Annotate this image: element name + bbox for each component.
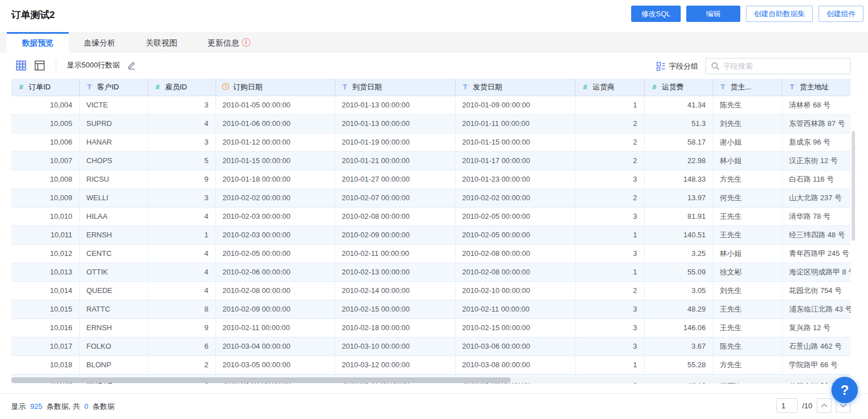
table-cell: 10,004 <box>11 96 79 114</box>
grid-view-icon[interactable] <box>15 60 26 71</box>
field-search-input[interactable] <box>723 62 845 70</box>
table-cell: 山大北路 237 号 <box>782 188 851 207</box>
table-cell: 4 <box>147 207 215 226</box>
tab-data-preview[interactable]: 数据预览 <box>7 32 69 53</box>
table-cell: 谢小姐 <box>713 133 782 151</box>
table-cell: 10,010 <box>11 207 79 226</box>
col-shipped-date-header[interactable]: T发货日期 <box>455 79 575 96</box>
table-cell: 13.97 <box>644 188 713 207</box>
table-cell: 2010-02-14 00:00:00 <box>335 281 455 300</box>
panel-view-icon[interactable] <box>34 60 45 71</box>
update-info-icon[interactable]: i <box>242 38 250 47</box>
create-component-button[interactable]: 创建组件 <box>818 6 863 22</box>
tab-lineage-analysis[interactable]: 血缘分析 <box>69 32 131 53</box>
col-required-date-header[interactable]: T到货日期 <box>335 79 455 96</box>
text-type-icon: T <box>461 83 470 91</box>
table-cell: 55.09 <box>644 263 713 281</box>
table-cell: 2010-02-13 00:00:00 <box>335 263 455 281</box>
table-cell: RICSU <box>79 170 147 188</box>
horizontal-scrollbar-thumb[interactable] <box>11 377 511 383</box>
table-cell: 石景山路 462 号 <box>782 337 851 355</box>
col-employee-id-header[interactable]: #雇员ID <box>147 79 215 96</box>
tab-related-views[interactable]: 关联视图 <box>131 32 192 53</box>
table-cell: 1 <box>575 96 644 114</box>
field-group-label: 字段分组 <box>669 61 698 71</box>
table-cell: FOLKO <box>79 337 147 355</box>
table-cell: 花园北街 754 号 <box>782 281 851 300</box>
table-cell: 2010-01-23 00:00:00 <box>455 170 575 188</box>
column-label: 客户ID <box>97 83 119 91</box>
table-cell: 海淀区明成路甲 8 号 <box>782 263 851 281</box>
col-order-id-header[interactable]: #订单ID <box>11 79 79 96</box>
vertical-scrollbar-thumb[interactable] <box>852 131 855 241</box>
table-cell: 10,014 <box>11 281 79 300</box>
table-cell: 2010-03-12 00:00:00 <box>335 355 455 374</box>
help-button[interactable]: ? <box>831 377 858 403</box>
col-freight-header[interactable]: #运货费 <box>644 79 713 96</box>
table-cell: 3.05 <box>644 281 713 300</box>
col-ship-address-header[interactable]: T货主地址 <box>782 79 851 96</box>
table-cell: 2010-01-19 00:00:00 <box>335 133 455 151</box>
table-cell: 1 <box>575 355 644 374</box>
table-cell: 48.29 <box>644 300 713 318</box>
total-count[interactable]: 0 <box>84 402 88 411</box>
page-number-input[interactable] <box>776 398 798 413</box>
edit-rowcount-pencil-icon[interactable] <box>127 61 137 70</box>
table-cell: 2010-02-15 00:00:00 <box>455 318 575 337</box>
table-cell: 林小姐 <box>713 151 782 170</box>
table-cell: 2010-02-10 00:00:00 <box>455 281 575 300</box>
table-cell: ERNSH <box>79 226 147 244</box>
col-order-date-header[interactable]: 订购日期 <box>215 79 335 96</box>
table-cell: 2010-02-07 00:00:00 <box>335 188 455 207</box>
toolbar-left: 显示5000行数据 <box>15 60 137 71</box>
table-cell: 复兴路 12 号 <box>782 318 851 337</box>
table-cell: 白石路 116 号 <box>782 170 851 188</box>
modify-sql-button[interactable]: 修改SQL <box>631 6 681 22</box>
table-cell: 王先生 <box>713 226 782 244</box>
table-row: 10,010HILAA42010-02-03 00:00:002010-02-0… <box>11 207 851 226</box>
table-row: 10,015RATTC82010-02-09 00:00:002010-02-1… <box>11 300 851 318</box>
table-cell: 148.33 <box>644 170 713 188</box>
table-cell: 10,018 <box>11 355 79 374</box>
previous-page-button[interactable] <box>817 398 831 413</box>
col-customer-id-header[interactable]: T客户ID <box>79 79 147 96</box>
date-type-icon <box>222 83 230 92</box>
table-cell: 2010-02-05 00:00:00 <box>455 207 575 226</box>
toolbar-right: 字段分组 <box>656 58 851 74</box>
table-cell: 2010-01-11 00:00:00 <box>455 114 575 133</box>
column-label: 运货费 <box>662 83 684 91</box>
column-label: 运货商 <box>593 83 615 91</box>
table-cell: 2010-02-09 00:00:00 <box>215 300 335 318</box>
shown-count[interactable]: 925 <box>30 402 43 411</box>
column-label: 货主地址 <box>800 83 829 91</box>
table-row: 10,006HANAR32010-01-12 00:00:002010-01-1… <box>11 133 851 151</box>
field-group-button[interactable]: 字段分组 <box>656 61 698 71</box>
col-shipper-header[interactable]: #运货商 <box>575 79 644 96</box>
table-row: 10,004VICTE32010-01-05 00:00:002010-01-1… <box>11 96 851 114</box>
table-cell: 3 <box>575 170 644 188</box>
col-ship-name-header[interactable]: T货主... <box>713 79 782 96</box>
toolbar: 显示5000行数据 字段分组 <box>0 53 868 79</box>
table-cell: SUPRD <box>79 114 147 133</box>
tab-update-info-label: 更新信息 <box>208 33 239 53</box>
table-cell: 新成东 96 号 <box>782 133 851 151</box>
table-cell: 方先生 <box>713 355 782 374</box>
table-row: 10,017FOLKO62010-03-04 00:00:002010-03-1… <box>11 337 851 355</box>
table-cell: 2010-01-13 00:00:00 <box>335 96 455 114</box>
text-type-icon: T <box>719 83 727 91</box>
table-cell: 3 <box>575 318 644 337</box>
horizontal-scrollbar-track[interactable] <box>11 377 851 383</box>
tab-update-info[interactable]: 更新信息i <box>192 32 266 53</box>
table-cell: 刘先生 <box>713 114 782 133</box>
table-cell: 3 <box>147 188 215 207</box>
create-self-dataset-button[interactable]: 创建自助数据集 <box>746 6 813 22</box>
table-cell: 2010-01-12 00:00:00 <box>215 133 335 151</box>
table-cell: 3 <box>575 337 644 355</box>
edit-button[interactable]: 编辑 <box>686 6 740 22</box>
table-cell: 10,016 <box>11 318 79 337</box>
table-cell: 4 <box>147 281 215 300</box>
table-cell: 浦东临江北路 43 号 <box>782 300 851 318</box>
table-cell: 8 <box>147 300 215 318</box>
table-cell: CHOPS <box>79 151 147 170</box>
table-cell: 10,009 <box>11 188 79 207</box>
